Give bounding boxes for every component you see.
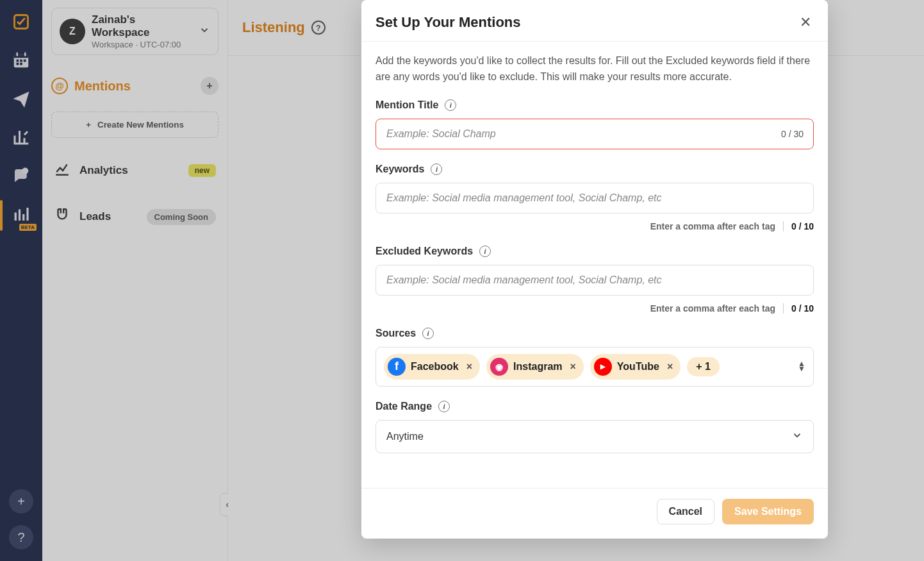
excluded-counter: 0 / 10 [791, 303, 814, 314]
excluded-keywords-input[interactable] [375, 265, 814, 296]
keywords-text: Keywords [375, 163, 424, 175]
modal-footer: Cancel Save Settings [361, 489, 828, 539]
select-caret-icon: ▲▼ [798, 362, 805, 371]
divider [783, 221, 784, 231]
sources-select[interactable]: f Facebook × ◉ Instagram × ▶ YouTube × +… [375, 347, 814, 387]
more-label: + 1 [696, 361, 711, 373]
info-icon[interactable]: i [431, 163, 442, 175]
keywords-input[interactable] [375, 183, 814, 214]
excluded-text: Excluded Keywords [375, 246, 473, 257]
source-chip-youtube[interactable]: ▶ YouTube × [590, 354, 681, 380]
mention-title-input[interactable] [375, 119, 814, 149]
daterange-text: Date Range [375, 401, 432, 412]
chip-label: Facebook [411, 361, 459, 373]
modal-body: Add the keywords you'd like to collect t… [361, 42, 828, 488]
daterange-select[interactable]: Anytime [375, 420, 814, 453]
info-icon[interactable]: i [438, 401, 450, 412]
remove-chip-icon[interactable]: × [664, 361, 673, 373]
keywords-hint-row: Enter a comma after each tag 0 / 10 [375, 221, 814, 231]
excluded-hint: Enter a comma after each tag [650, 303, 775, 314]
mention-title-label: Mention Title i [375, 99, 814, 111]
modal-intro: Add the keywords you'd like to collect t… [375, 53, 814, 85]
remove-chip-icon[interactable]: × [464, 361, 472, 373]
chip-label: YouTube [617, 361, 659, 373]
mention-title-text: Mention Title [375, 99, 438, 111]
sources-label: Sources i [375, 328, 814, 339]
source-chip-facebook[interactable]: f Facebook × [384, 354, 480, 380]
facebook-icon: f [388, 358, 406, 376]
chip-label: Instagram [513, 361, 562, 373]
keywords-hint: Enter a comma after each tag [650, 221, 775, 231]
daterange-label: Date Range i [375, 401, 814, 412]
info-icon[interactable]: i [479, 246, 491, 257]
source-chip-instagram[interactable]: ◉ Instagram × [486, 354, 584, 380]
sources-text: Sources [375, 328, 416, 339]
daterange-value: Anytime [386, 431, 424, 442]
info-icon[interactable]: i [445, 99, 456, 111]
save-settings-button[interactable]: Save Settings [722, 499, 814, 524]
close-button[interactable]: ✕ [800, 14, 811, 31]
save-label: Save Settings [734, 506, 802, 517]
mention-title-counter: 0 / 30 [781, 129, 804, 139]
excluded-hint-row: Enter a comma after each tag 0 / 10 [375, 303, 814, 314]
close-icon: ✕ [800, 14, 811, 30]
keywords-counter: 0 / 10 [791, 221, 814, 231]
keywords-label: Keywords i [375, 163, 814, 175]
instagram-icon: ◉ [490, 358, 508, 376]
divider [783, 303, 784, 314]
youtube-icon: ▶ [594, 358, 612, 376]
modal-header: Set Up Your Mentions ✕ [361, 0, 828, 41]
excluded-keywords-label: Excluded Keywords i [375, 246, 814, 257]
cancel-label: Cancel [669, 506, 702, 517]
remove-chip-icon[interactable]: × [568, 361, 576, 373]
source-chip-more[interactable]: + 1 [687, 357, 720, 376]
modal-title: Set Up Your Mentions [375, 14, 800, 31]
chevron-down-icon [791, 430, 803, 444]
mentions-modal: Set Up Your Mentions ✕ Add the keywords … [361, 0, 828, 539]
info-icon[interactable]: i [422, 328, 434, 339]
cancel-button[interactable]: Cancel [657, 499, 714, 524]
